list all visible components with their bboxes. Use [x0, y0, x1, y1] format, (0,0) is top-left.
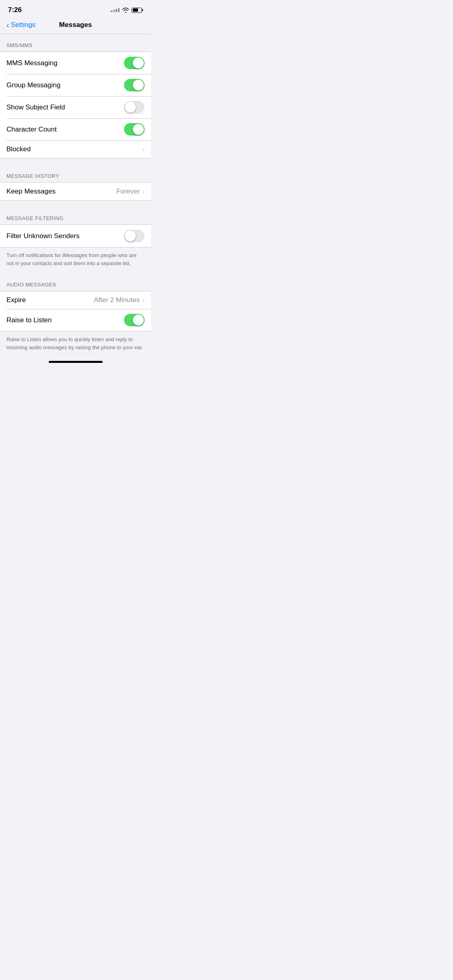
- toggle-thumb: [125, 231, 136, 241]
- filter-unknown-description: Turn off notifications for iMessages fro…: [0, 247, 151, 274]
- keep-messages-label: Keep Messages: [6, 187, 56, 196]
- filter-unknown-senders-label: Filter Unknown Senders: [6, 232, 79, 240]
- audio-messages-group: Expire After 2 Minutes › Raise to Listen: [0, 291, 151, 331]
- toggle-thumb: [133, 58, 144, 68]
- status-bar: 7:26: [0, 0, 151, 18]
- toggle-thumb: [133, 124, 144, 135]
- toggle-thumb: [133, 80, 144, 91]
- character-count-toggle[interactable]: [124, 123, 145, 136]
- message-filtering-group: Filter Unknown Senders: [0, 224, 151, 247]
- mms-messaging-row[interactable]: MMS Messaging: [0, 52, 151, 74]
- keep-messages-chevron-icon: ›: [142, 187, 145, 196]
- blocked-label: Blocked: [6, 145, 31, 153]
- show-subject-field-label: Show Subject Field: [6, 103, 65, 111]
- mms-messaging-label: MMS Messaging: [6, 59, 58, 67]
- toggle-thumb: [133, 315, 144, 325]
- expire-row[interactable]: Expire After 2 Minutes ›: [0, 291, 151, 309]
- filter-unknown-senders-toggle[interactable]: [124, 230, 145, 242]
- group-messaging-row[interactable]: Group Messaging: [0, 74, 151, 96]
- sms-mms-group: MMS Messaging Group Messaging Show Subje…: [0, 51, 151, 159]
- blocked-chevron-icon: ›: [142, 145, 145, 153]
- show-subject-field-row[interactable]: Show Subject Field: [0, 96, 151, 118]
- raise-to-listen-row[interactable]: Raise to Listen: [0, 309, 151, 331]
- toggle-thumb: [125, 102, 136, 113]
- back-label: Settings: [11, 21, 35, 29]
- blocked-right: ›: [142, 145, 145, 153]
- character-count-row[interactable]: Character Count: [0, 118, 151, 140]
- keep-messages-right: Forever ›: [116, 187, 145, 196]
- status-icons: [111, 8, 143, 13]
- home-bar: [49, 361, 103, 363]
- wifi-icon: [122, 8, 129, 13]
- section-header-message-filtering: MESSAGE FILTERING: [0, 207, 151, 224]
- expire-chevron-icon: ›: [142, 296, 145, 304]
- group-messaging-label: Group Messaging: [6, 81, 60, 89]
- battery-icon: [132, 8, 143, 13]
- status-time: 7:26: [8, 6, 22, 14]
- back-chevron-icon: ‹: [6, 21, 9, 29]
- keep-messages-row[interactable]: Keep Messages Forever ›: [0, 183, 151, 200]
- section-header-sms-mms: SMS/MMS: [0, 34, 151, 51]
- back-button[interactable]: ‹ Settings: [6, 21, 35, 29]
- message-history-group: Keep Messages Forever ›: [0, 182, 151, 201]
- filter-unknown-senders-row[interactable]: Filter Unknown Senders: [0, 225, 151, 247]
- nav-bar: ‹ Settings Messages: [0, 18, 151, 34]
- keep-messages-value: Forever: [116, 187, 140, 196]
- expire-value: After 2 Minutes: [94, 296, 140, 304]
- page-title: Messages: [59, 21, 92, 29]
- signal-icon: [111, 8, 120, 12]
- character-count-label: Character Count: [6, 126, 57, 134]
- spacer-1: [0, 159, 151, 165]
- expire-right: After 2 Minutes ›: [94, 296, 145, 304]
- home-indicator: [0, 358, 151, 366]
- raise-to-listen-toggle[interactable]: [124, 314, 145, 326]
- group-messaging-toggle[interactable]: [124, 79, 145, 91]
- blocked-row[interactable]: Blocked ›: [0, 140, 151, 158]
- show-subject-field-toggle[interactable]: [124, 101, 145, 113]
- section-header-message-history: MESSAGE HISTORY: [0, 165, 151, 182]
- raise-to-listen-description: Raise to Listen allows you to quickly li…: [0, 331, 151, 358]
- spacer-2: [0, 201, 151, 207]
- expire-label: Expire: [6, 296, 26, 304]
- raise-to-listen-label: Raise to Listen: [6, 316, 52, 324]
- section-header-audio-messages: AUDIO MESSAGES: [0, 274, 151, 291]
- mms-messaging-toggle[interactable]: [124, 57, 145, 69]
